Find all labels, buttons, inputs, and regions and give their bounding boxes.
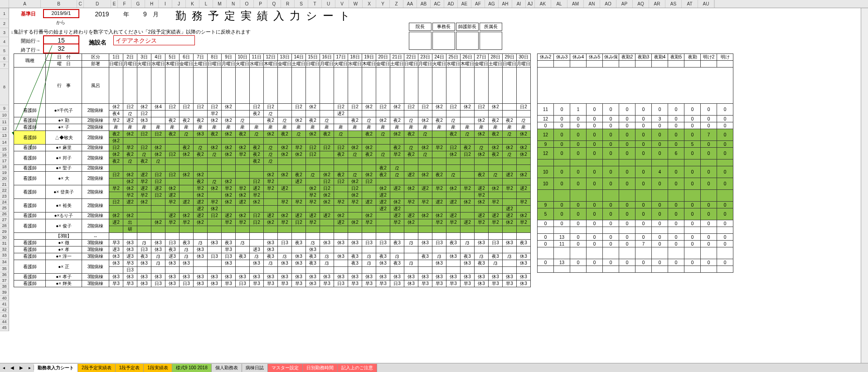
cell[interactable] bbox=[404, 68, 418, 104]
row-header[interactable]: 42 bbox=[0, 308, 9, 313]
cell[interactable]: /3 bbox=[151, 260, 165, 267]
cell[interactable]: 0 bbox=[570, 234, 587, 241]
cell[interactable] bbox=[278, 165, 292, 172]
cell[interactable]: 休2 bbox=[517, 131, 531, 138]
cell[interactable]: 8日 bbox=[208, 54, 222, 61]
cell[interactable]: -- bbox=[82, 233, 109, 240]
cell[interactable] bbox=[538, 61, 554, 68]
cell[interactable] bbox=[418, 206, 432, 213]
col-header[interactable]: W bbox=[349, 0, 363, 8]
cell[interactable] bbox=[362, 165, 376, 172]
cell[interactable] bbox=[390, 68, 404, 104]
cell[interactable]: 休2 bbox=[517, 213, 531, 219]
col-header[interactable]: AJ bbox=[526, 0, 535, 8]
cell[interactable]: 休2 bbox=[390, 104, 404, 111]
cell[interactable] bbox=[222, 165, 236, 172]
row-header[interactable]: 18 bbox=[0, 164, 9, 169]
cell[interactable]: 休3 bbox=[404, 280, 418, 287]
cell[interactable]: 夜勤2 bbox=[619, 54, 635, 61]
cell[interactable] bbox=[503, 158, 517, 165]
row-header[interactable]: 23 bbox=[0, 193, 9, 200]
cell[interactable]: 夜3 bbox=[348, 260, 362, 267]
cell[interactable] bbox=[668, 159, 684, 166]
row-header[interactable]: 4 bbox=[0, 37, 9, 46]
row-header[interactable]: 37 bbox=[0, 277, 9, 284]
cell[interactable]: /2 bbox=[236, 117, 250, 124]
cell[interactable] bbox=[348, 206, 362, 213]
cell[interactable]: 早2 bbox=[109, 185, 123, 192]
cell[interactable] bbox=[194, 111, 208, 117]
cell[interactable]: 出 bbox=[123, 219, 137, 226]
cell[interactable] bbox=[418, 233, 432, 240]
cell[interactable] bbox=[517, 192, 531, 199]
cell[interactable] bbox=[151, 199, 165, 206]
cell[interactable] bbox=[390, 192, 404, 199]
cell[interactable] bbox=[362, 226, 376, 233]
cell[interactable]: 夜勤3 bbox=[635, 54, 652, 61]
cell[interactable]: 0 bbox=[635, 148, 652, 159]
cell[interactable] bbox=[432, 165, 446, 172]
cell[interactable]: 夜3 bbox=[390, 260, 404, 267]
cell[interactable]: 夜3 bbox=[376, 253, 390, 260]
cell[interactable] bbox=[717, 227, 733, 234]
cell[interactable] bbox=[376, 179, 390, 185]
cell[interactable] bbox=[432, 111, 446, 117]
cell[interactable]: 土曜日 bbox=[194, 61, 208, 68]
cell[interactable]: 遅3 bbox=[109, 246, 123, 253]
cell[interactable]: ●×るり子 bbox=[46, 213, 82, 219]
cell[interactable] bbox=[538, 68, 733, 104]
cell[interactable]: 夜2 bbox=[109, 131, 123, 138]
cell[interactable]: 早2 bbox=[517, 199, 531, 206]
col-header[interactable]: I bbox=[159, 0, 172, 8]
cell[interactable]: 休3 bbox=[404, 274, 418, 280]
cell[interactable]: /2 bbox=[418, 151, 432, 158]
cell[interactable]: 日2 bbox=[264, 104, 278, 111]
cell[interactable] bbox=[334, 192, 348, 199]
cell[interactable]: 休3 bbox=[151, 246, 165, 253]
cell[interactable]: 日2 bbox=[151, 131, 165, 138]
cell[interactable]: 金曜日 bbox=[179, 61, 194, 68]
cell[interactable]: ●× 輝美 bbox=[46, 280, 82, 287]
cell[interactable] bbox=[194, 226, 208, 233]
cell[interactable]: 0 bbox=[538, 241, 554, 247]
cell[interactable]: 夜3 bbox=[461, 253, 475, 260]
cell[interactable]: 早3 bbox=[362, 280, 376, 287]
cell[interactable]: 夜3 bbox=[446, 240, 461, 246]
cell[interactable]: /2 bbox=[503, 131, 517, 138]
cell[interactable] bbox=[208, 246, 222, 253]
cell[interactable] bbox=[446, 138, 461, 145]
row-header[interactable]: 27 bbox=[0, 217, 9, 223]
cell[interactable] bbox=[376, 145, 390, 151]
cell[interactable]: 日2 bbox=[461, 151, 475, 158]
cell[interactable]: 0 bbox=[619, 259, 635, 266]
sheet-tab[interactable]: 病棟日誌 bbox=[242, 364, 268, 372]
cell[interactable] bbox=[570, 266, 587, 273]
cell[interactable]: 早3 bbox=[264, 280, 278, 287]
cell[interactable] bbox=[668, 227, 684, 234]
cell[interactable]: 休2 bbox=[123, 172, 137, 179]
cell[interactable]: /2 bbox=[208, 179, 222, 185]
cell[interactable] bbox=[179, 206, 194, 213]
cell[interactable]: 休3 bbox=[503, 274, 517, 280]
cell[interactable]: 看護師 bbox=[14, 199, 46, 213]
cell[interactable]: 産 bbox=[362, 124, 376, 131]
cell[interactable]: 休2 bbox=[348, 179, 362, 185]
cell[interactable] bbox=[362, 233, 376, 240]
cell[interactable] bbox=[250, 240, 264, 246]
cell[interactable]: 7 bbox=[701, 129, 717, 141]
cell[interactable] bbox=[278, 192, 292, 199]
cell[interactable]: /2 bbox=[264, 111, 278, 117]
sheet-tab[interactable]: 1段予定表 bbox=[116, 364, 144, 372]
cell[interactable] bbox=[446, 226, 461, 233]
cell[interactable]: /2 bbox=[418, 131, 432, 138]
row-header[interactable]: 31 bbox=[0, 240, 9, 247]
cell[interactable] bbox=[475, 111, 489, 117]
cell[interactable]: 0 bbox=[570, 116, 587, 122]
cell[interactable]: 早3 bbox=[109, 280, 123, 287]
cell[interactable]: 休3 bbox=[376, 260, 390, 267]
cell[interactable]: 休2 bbox=[151, 151, 165, 158]
cell[interactable]: 休2 bbox=[362, 104, 376, 111]
cell[interactable] bbox=[250, 267, 264, 274]
cell[interactable]: 早2 bbox=[306, 192, 320, 199]
cell[interactable] bbox=[236, 68, 250, 104]
